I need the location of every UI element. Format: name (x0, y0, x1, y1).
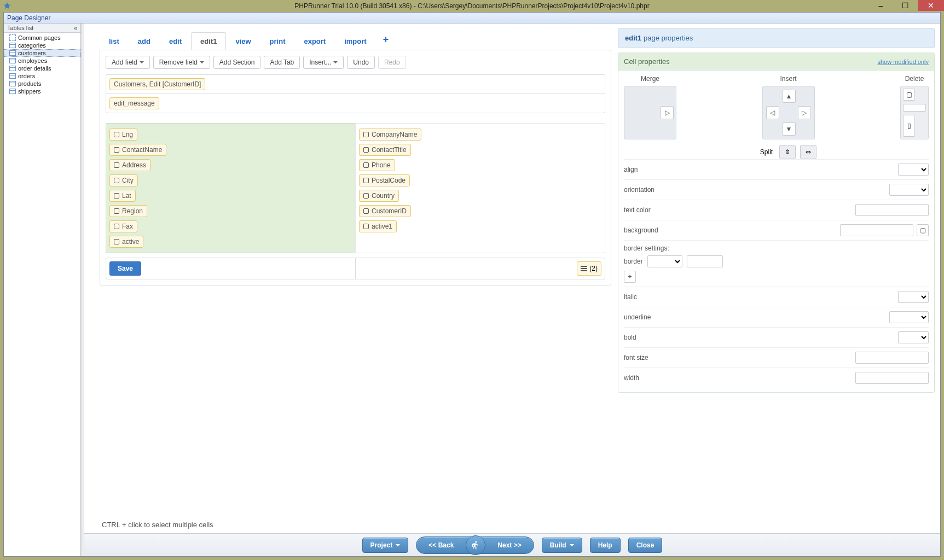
sidebar-item-Common-pages[interactable]: Common pages (4, 34, 80, 42)
minimize-button[interactable]: – (868, 0, 893, 11)
width-input[interactable] (855, 372, 929, 384)
insert-bottom-button[interactable]: ▼ (783, 122, 796, 136)
field-label: Phone (372, 161, 391, 169)
tab-export[interactable]: export (294, 32, 335, 50)
merge-right-button[interactable]: ▷ (661, 106, 674, 119)
sidebar-item-customers[interactable]: customers (4, 49, 80, 57)
ribbon-tab[interactable]: Page Designer (4, 13, 940, 24)
bold-select[interactable] (898, 331, 929, 343)
undo-button[interactable]: Undo (347, 56, 375, 69)
tab-add[interactable]: + (376, 31, 396, 50)
tab-add[interactable]: add (129, 32, 160, 50)
field-ContactTitle[interactable]: ContactTitle (359, 144, 411, 156)
delete-column-button[interactable]: ▯ (903, 115, 915, 137)
sidebar-item-label: products (18, 80, 41, 87)
breadcrumb-chip[interactable]: Customers, Edit [CustomerID] (109, 78, 205, 90)
orientation-select[interactable] (889, 184, 929, 196)
border-value-input[interactable] (687, 255, 723, 267)
field-Phone[interactable]: Phone (359, 159, 395, 171)
table-icon (9, 58, 16, 63)
menu-count-chip[interactable]: (2) (577, 261, 601, 276)
field-active[interactable]: active (109, 236, 143, 248)
field-active1[interactable]: active1 (359, 220, 397, 232)
menu-cell[interactable]: (2) (356, 258, 605, 279)
field-Lat[interactable]: Lat (109, 190, 136, 202)
run-button[interactable] (466, 535, 485, 555)
close-button[interactable]: Close (628, 538, 663, 553)
edit-message-chip[interactable]: edit_message (109, 97, 159, 109)
merge-grid[interactable]: ▷ (624, 86, 676, 139)
field-CompanyName[interactable]: CompanyName (359, 129, 421, 141)
save-button[interactable]: Save (109, 261, 141, 276)
insert-grid[interactable]: ▲ ◁ ▷ ▼ (762, 86, 815, 139)
field-Fax[interactable]: Fax (109, 220, 137, 232)
add-border-button[interactable]: + (624, 271, 636, 283)
insert-left-button[interactable]: ◁ (766, 106, 779, 119)
left-fields-column[interactable]: LngContactNameAddressCityLatRegionFaxact… (106, 123, 355, 253)
sidebar-item-shippers[interactable]: shippers (4, 88, 80, 95)
textcolor-input[interactable] (855, 204, 929, 216)
breadcrumb-block[interactable]: Customers, Edit [CustomerID] (106, 74, 605, 94)
footer: Project << Back Next >> Build Help Close (84, 533, 940, 556)
tab-view[interactable]: view (226, 32, 260, 50)
maximize-button[interactable]: ☐ (893, 0, 918, 11)
insert-button[interactable]: Insert... (303, 56, 344, 69)
split-label: Split (760, 148, 773, 156)
border-select[interactable] (647, 255, 682, 267)
fontsize-input[interactable] (855, 352, 929, 364)
sidebar-item-categories[interactable]: categories (4, 42, 80, 49)
insert-right-button[interactable]: ▷ (798, 106, 811, 119)
delete-row-button[interactable] (903, 104, 926, 112)
project-button[interactable]: Project (362, 538, 409, 553)
tab-list[interactable]: list (100, 32, 129, 50)
right-fields-column[interactable]: CompanyNameContactTitlePhonePostalCodeCo… (355, 123, 605, 253)
save-cell[interactable]: Save (106, 258, 356, 279)
field-Country[interactable]: Country (359, 190, 399, 202)
back-button[interactable]: << Back (416, 541, 466, 549)
align-select[interactable] (898, 164, 929, 176)
split-vertical-button[interactable]: ⇔ (800, 145, 816, 159)
insert-top-button[interactable]: ▲ (783, 90, 796, 103)
field-label: active (122, 238, 139, 246)
sidebar-item-products[interactable]: products (4, 80, 80, 88)
tab-edit1[interactable]: edit1 (191, 32, 226, 50)
sidebar-item-order-details[interactable]: order details (4, 65, 80, 72)
delete-cell-button[interactable]: ▢ (903, 89, 915, 101)
add-section-button[interactable]: Add Section (213, 56, 261, 69)
tab-print[interactable]: print (260, 32, 295, 50)
collapse-icon[interactable]: « (74, 25, 77, 31)
tab-import[interactable]: import (335, 32, 375, 50)
background-input[interactable] (840, 224, 913, 236)
checkbox-icon (114, 178, 119, 183)
field-City[interactable]: City (109, 174, 138, 186)
sidebar-item-employees[interactable]: employees (4, 57, 80, 65)
tab-edit[interactable]: edit (160, 32, 191, 50)
caret-down-icon (140, 61, 144, 63)
field-CustomerID[interactable]: CustomerID (359, 205, 411, 217)
split-horizontal-button[interactable]: ⇕ (779, 145, 796, 159)
add-tab-button[interactable]: Add Tab (264, 56, 300, 69)
prop-align: align (624, 159, 929, 179)
help-button[interactable]: Help (590, 538, 621, 553)
remove-field-button[interactable]: Remove field (153, 56, 210, 69)
field-Region[interactable]: Region (109, 205, 147, 217)
next-button[interactable]: Next >> (485, 541, 533, 549)
background-clear-button[interactable]: ▢ (917, 224, 929, 236)
build-button[interactable]: Build (542, 538, 582, 553)
italic-select[interactable] (898, 291, 929, 303)
sidebar-item-orders[interactable]: orders (4, 72, 80, 80)
field-Address[interactable]: Address (109, 159, 150, 171)
edit-message-block[interactable]: edit_message (106, 94, 605, 113)
add-field-button[interactable]: Add field (106, 56, 150, 69)
field-ContactName[interactable]: ContactName (109, 144, 166, 156)
delete-group: Delete ▢ ▯ (900, 75, 929, 159)
close-window-button[interactable]: ✕ (918, 0, 944, 11)
table-icon (9, 66, 16, 71)
sidebar-title: Tables list (7, 25, 33, 31)
show-modified-link[interactable]: show modified only (877, 59, 929, 65)
field-PostalCode[interactable]: PostalCode (359, 174, 410, 186)
underline-select[interactable] (889, 311, 929, 323)
field-Lng[interactable]: Lng (109, 129, 137, 141)
redo-button[interactable]: Redo (378, 56, 406, 69)
field-label: active1 (372, 223, 392, 230)
